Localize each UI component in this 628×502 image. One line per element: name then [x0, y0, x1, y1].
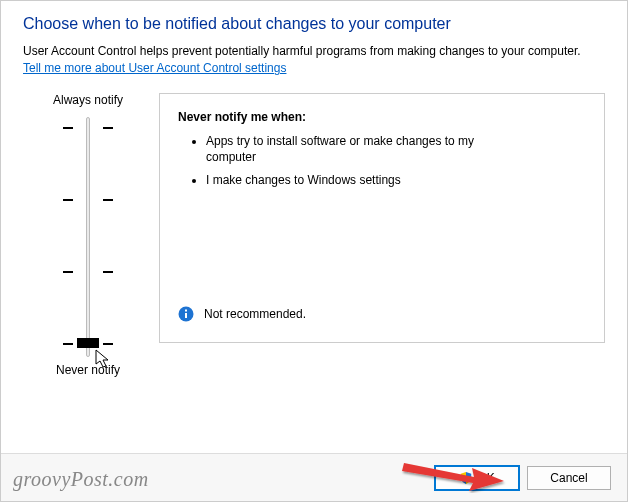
learn-more-link[interactable]: Tell me more about User Account Control … [23, 61, 286, 75]
slider-tick [63, 271, 73, 273]
uac-slider[interactable] [53, 117, 123, 357]
slider-top-label: Always notify [53, 93, 123, 107]
info-panel: Never notify me when: Apps try to instal… [159, 93, 605, 343]
svg-rect-2 [185, 310, 187, 312]
slider-tick [103, 343, 113, 345]
slider-thumb[interactable] [77, 338, 99, 348]
description-text: User Account Control helps prevent poten… [23, 43, 605, 59]
list-item: Apps try to install software or make cha… [206, 134, 506, 165]
slider-tick [63, 343, 73, 345]
slider-bottom-label: Never notify [56, 363, 120, 377]
dialog-footer: OK Cancel [1, 453, 627, 501]
info-icon [178, 306, 194, 322]
page-heading: Choose when to be notified about changes… [23, 15, 605, 33]
slider-tick [103, 199, 113, 201]
cancel-button-label: Cancel [550, 471, 587, 485]
ok-button[interactable]: OK [435, 466, 519, 490]
slider-tick [63, 199, 73, 201]
shield-icon [459, 471, 473, 485]
slider-tick [103, 271, 113, 273]
svg-rect-1 [185, 313, 187, 318]
panel-title: Never notify me when: [178, 110, 586, 124]
slider-tick [103, 127, 113, 129]
cancel-button[interactable]: Cancel [527, 466, 611, 490]
slider-tick [63, 127, 73, 129]
status-text: Not recommended. [204, 307, 306, 321]
ok-button-label: OK [477, 471, 494, 485]
list-item: I make changes to Windows settings [206, 173, 506, 189]
slider-track [86, 117, 90, 357]
